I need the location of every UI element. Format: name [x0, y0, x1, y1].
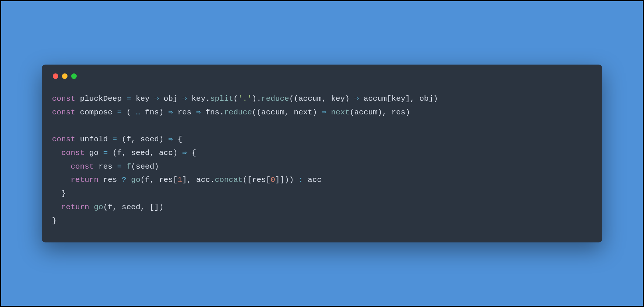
code-token: (( [289, 94, 298, 103]
code-token: , [284, 108, 294, 117]
code-token: . [219, 108, 224, 117]
code-token: []) [150, 203, 164, 211]
code-token: , [322, 94, 331, 103]
code-token: obj [164, 94, 182, 103]
window-close-icon[interactable] [53, 73, 58, 79]
code-token: const [52, 94, 80, 103]
code-token: , [141, 203, 150, 211]
code-token: ) [378, 108, 382, 117]
code-token: , [410, 94, 419, 103]
code-token: next [294, 108, 312, 117]
code-token: = [117, 108, 126, 117]
code-token: return [70, 176, 103, 184]
code-content[interactable]: const pluckDeep = key ⇒ obj ⇒ key.split(… [52, 92, 592, 228]
code-token: accum [364, 94, 387, 103]
code-token: , [150, 176, 159, 184]
code-token: res [98, 162, 117, 171]
code-token: . [210, 176, 215, 184]
code-token: : [294, 176, 308, 184]
code-token: ) [252, 94, 257, 103]
code-token: ⇒ [354, 94, 363, 103]
code-token: { [177, 135, 182, 144]
code-token: ⇒ [182, 149, 191, 157]
code-token: ( [122, 135, 127, 144]
code-token: , [187, 176, 196, 184]
code-token: (( [252, 108, 261, 117]
code-token: res [103, 176, 122, 184]
code-token: key [391, 94, 405, 103]
window-controls [52, 73, 592, 79]
code-token: const [52, 135, 80, 144]
code-token: 1 [177, 176, 182, 184]
code-token: . [257, 94, 262, 103]
code-token: reduce [261, 94, 289, 103]
code-token: go [89, 149, 103, 157]
code-token: res [391, 108, 405, 117]
code-token [52, 162, 70, 171]
code-token: , [131, 135, 140, 144]
code-token: next [331, 108, 349, 117]
code-token: key [136, 94, 154, 103]
code-token: ( [103, 203, 108, 211]
code-token: seed [136, 162, 154, 171]
code-token: obj [419, 94, 433, 103]
window-zoom-icon[interactable] [71, 73, 77, 79]
code-token: accum [298, 94, 322, 103]
code-token: = [127, 94, 136, 103]
code-token: reduce [224, 108, 252, 117]
code-token: ( [112, 149, 117, 157]
code-token: return [61, 203, 94, 211]
code-token: f [127, 135, 131, 144]
code-token: { [191, 149, 196, 157]
code-token: ] [182, 176, 187, 184]
code-token: ) [159, 108, 168, 117]
code-token: pluckDeep [80, 94, 127, 103]
code-token: seed [131, 149, 149, 157]
code-token: fns [205, 108, 219, 117]
code-token: f [117, 149, 122, 157]
code-token: ⇒ [168, 135, 177, 144]
code-token: acc [159, 149, 173, 157]
code-token: ⇒ [182, 94, 191, 103]
code-token: ) [345, 94, 354, 103]
code-token: key [191, 94, 205, 103]
window-minimize-icon[interactable] [62, 73, 67, 79]
code-token: = [103, 149, 112, 157]
code-token: , [382, 108, 391, 117]
code-token: = [117, 162, 126, 171]
code-token: 0 [270, 176, 275, 184]
code-token: ( [141, 176, 145, 184]
code-token: key [331, 94, 345, 103]
code-token: , [112, 203, 122, 211]
code-token: … [136, 108, 145, 117]
code-token: ⇒ [168, 108, 177, 117]
code-token: [ [387, 94, 392, 103]
code-token: ( [233, 94, 238, 103]
code-token: f [145, 176, 150, 184]
code-token: res [159, 176, 173, 184]
code-token: unfold [80, 135, 112, 144]
code-token: ⇒ [322, 108, 331, 117]
code-token: ([ [243, 176, 252, 184]
code-token: [ [266, 176, 271, 184]
code-token: ) [312, 108, 322, 117]
code-token: ⇒ [154, 94, 163, 103]
code-token: accum [261, 108, 284, 117]
code-token: ) [159, 135, 168, 144]
code-token: ( [127, 108, 136, 117]
code-token: ) [173, 149, 182, 157]
code-token: ) [405, 108, 410, 117]
code-token: res [252, 176, 266, 184]
code-token: ) [433, 94, 438, 103]
code-token: go [94, 203, 103, 211]
code-token: ])) [280, 176, 294, 184]
code-token: concat [215, 176, 243, 184]
code-token: f [127, 162, 131, 171]
code-token: acc [196, 176, 210, 184]
code-token: = [112, 135, 122, 144]
code-token: fns [145, 108, 159, 117]
code-token: } [52, 217, 57, 225]
code-token: split [210, 94, 233, 103]
code-token: [ [173, 176, 178, 184]
code-token: ⇒ [196, 108, 205, 117]
